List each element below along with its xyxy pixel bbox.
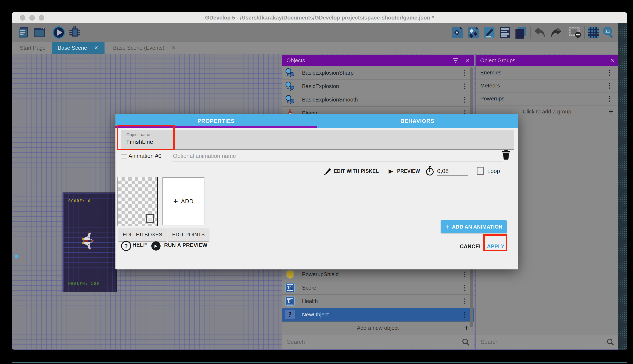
zoom-original-icon[interactable]: 1:1 (602, 26, 615, 39)
object-row[interactable]: Tx Score (282, 281, 474, 295)
window-title: GDevelop 5 - /Users/dkarakay/Documents/G… (12, 12, 627, 23)
edit-with-piskel-button[interactable]: EDIT WITH PISKEL (334, 167, 379, 175)
text-object-icon: Tx (285, 283, 295, 292)
frame-duration-input[interactable]: 0,08 (437, 167, 468, 176)
tab-behaviors[interactable]: BEHAVIORS (317, 114, 518, 128)
object-row[interactable]: BasicExplosion (282, 80, 474, 93)
undo-icon[interactable] (533, 26, 546, 39)
group-row[interactable]: Powerups (476, 92, 618, 106)
row-menu-icon[interactable] (606, 66, 613, 80)
scene-properties-icon[interactable] (499, 26, 512, 39)
launch-preview-icon[interactable] (52, 26, 65, 39)
row-menu-icon[interactable] (462, 93, 468, 106)
add-frame-button[interactable]: +ADD (162, 177, 204, 226)
tab-base-scene[interactable]: Base Scene✕ (52, 42, 105, 54)
help-icon[interactable] (121, 241, 131, 251)
edit-hitboxes-button[interactable]: EDIT HITBOXES (118, 228, 167, 241)
animation-name-input[interactable] (173, 151, 503, 162)
run-preview-icon[interactable] (151, 241, 161, 250)
health-text: HEALTH: 100 (68, 281, 99, 286)
grid-icon[interactable] (587, 26, 600, 39)
frame-select-checkbox[interactable] (146, 214, 154, 223)
player-ship-sprite[interactable] (81, 230, 96, 252)
row-menu-icon[interactable] (462, 308, 468, 321)
selection-handle[interactable] (15, 254, 18, 258)
objects-panel-header: Objects (282, 55, 474, 66)
instances-list-icon[interactable] (514, 26, 527, 39)
plus-icon: + (445, 223, 449, 231)
group-row[interactable]: Enemies (476, 66, 618, 80)
groups-panel-title: Object Groups (480, 55, 515, 66)
row-menu-icon[interactable] (462, 66, 468, 80)
svg-text:x: x (291, 301, 292, 304)
editor-tabbar: Start Page Base Scene✕ Base Scene (Event… (12, 42, 627, 54)
object-row[interactable]: PowerupShield (282, 268, 474, 282)
close-panel-icon[interactable] (610, 55, 614, 66)
toggle-mask-icon[interactable] (569, 26, 582, 39)
project-manager-icon[interactable] (17, 26, 30, 39)
toolbar-separator (530, 26, 531, 39)
desktop-wallpaper-strip (618, 23, 627, 350)
object-name-field[interactable]: Object name FinishLine (121, 130, 514, 150)
scene-window-icon[interactable] (33, 26, 46, 39)
tab-start-page[interactable]: Start Page (16, 42, 50, 54)
loop-checkbox[interactable] (477, 167, 484, 175)
screen-bottom-edge (12, 362, 627, 363)
annotation-apply (483, 234, 507, 251)
main-toolbar: 1:1 (12, 23, 627, 42)
object-editor-dialog: PROPERTIES BEHAVIORS Object name FinishL… (115, 114, 518, 270)
preview-button[interactable]: PREVIEW (397, 167, 420, 175)
search-icon (606, 338, 614, 346)
explosion-object-icon (285, 68, 295, 78)
help-button[interactable]: HELP (132, 240, 147, 249)
tab-base-scene-events[interactable]: Base Scene (Events)✕ (105, 42, 184, 54)
row-menu-icon[interactable] (462, 281, 468, 294)
game-viewport[interactable]: SCORE: 0 HEALTH: 100 (63, 192, 117, 292)
explosion-object-icon (285, 95, 295, 104)
edit-points-button[interactable]: EDIT POINTS (168, 228, 209, 241)
debug-icon[interactable] (68, 26, 81, 39)
timer-icon (425, 166, 435, 177)
cancel-button[interactable]: CANCEL (460, 241, 482, 252)
explosion-object-icon (285, 81, 295, 91)
desktop: GDevelop 5 - /Users/dkarakay/Documents/G… (0, 0, 633, 364)
piskel-brush-icon (324, 167, 332, 176)
delete-animation-icon[interactable] (501, 149, 511, 160)
plus-icon: + (173, 197, 178, 206)
edit-scene-icon[interactable] (483, 26, 496, 39)
preview-play-icon (389, 167, 393, 175)
row-menu-icon[interactable] (606, 79, 613, 92)
add-object-icon[interactable] (451, 26, 464, 39)
groups-search-input[interactable] (480, 337, 588, 347)
toolbar-separator (49, 26, 49, 39)
close-panel-icon[interactable] (465, 55, 470, 66)
object-row[interactable]: BasicExplosionSharp (282, 66, 474, 80)
add-animation-button[interactable]: +ADD AN ANIMATION (441, 220, 507, 233)
svg-text:T: T (287, 298, 291, 304)
row-menu-icon[interactable] (462, 80, 468, 93)
group-row[interactable]: Meteors (476, 79, 618, 92)
add-object-row[interactable]: Add a new object (282, 321, 474, 335)
row-menu-icon[interactable] (462, 268, 468, 281)
zoom-ratio-label: 1:1 (605, 30, 610, 33)
row-menu-icon[interactable] (606, 92, 613, 106)
row-menu-icon[interactable] (462, 294, 468, 308)
animation-frame-thumbnail[interactable] (118, 177, 158, 226)
drag-handle-icon[interactable] (121, 154, 127, 158)
redo-icon[interactable] (549, 26, 562, 39)
text-object-icon: Tx (285, 296, 295, 306)
toolbar-separator (565, 26, 565, 39)
objects-search-input[interactable] (286, 337, 431, 347)
object-row[interactable]: BasicExplosionSmooth (282, 93, 474, 107)
close-tab-icon[interactable]: ✕ (94, 42, 98, 54)
score-text: SCORE: 0 (68, 198, 91, 203)
object-row[interactable]: Tx Health (282, 294, 474, 308)
objects-search (282, 335, 474, 349)
run-a-preview-button[interactable]: RUN A PREVIEW (164, 241, 207, 249)
annotation-object-name (117, 125, 175, 150)
close-tab-icon[interactable]: ✕ (171, 42, 176, 54)
object-groups-icon[interactable] (467, 26, 480, 39)
filter-icon[interactable] (452, 58, 459, 64)
groups-search (476, 335, 618, 349)
object-row-selected[interactable]: ? NewObject (282, 308, 474, 322)
